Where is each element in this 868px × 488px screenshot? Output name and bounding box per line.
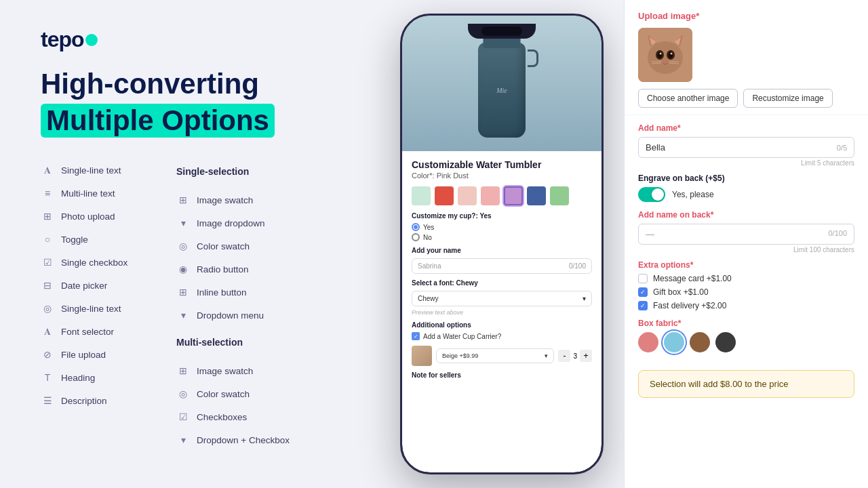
phone-content: Customizable Water Tumbler Color*: Pink … xyxy=(402,151,601,387)
back-name-input[interactable]: — 0/100 xyxy=(638,224,854,245)
recustomize-image-btn[interactable]: Recustomize image xyxy=(743,89,832,108)
swatch-5[interactable] xyxy=(504,186,523,205)
phone-color-label: Color*: Pink Dust xyxy=(412,171,592,180)
feature-file-upload: ⊘ File upload xyxy=(41,348,156,361)
box-fabric-label: Box fabric* xyxy=(638,319,854,328)
swatch-3[interactable] xyxy=(458,186,477,205)
qty-plus-btn[interactable]: + xyxy=(580,350,592,362)
radio-button-icon: ◉ xyxy=(176,262,190,276)
toggle-icon: ○ xyxy=(41,232,54,246)
feature-color-swatch-multi: ◎ Color swatch xyxy=(176,387,292,401)
feature-heading: T Heading xyxy=(41,371,156,384)
phone-notch xyxy=(468,24,536,39)
feature-col-1: 𝐀 Single-line text ≡ Multi-line text ⊞ P… xyxy=(41,163,156,447)
headline-line1: High-converting xyxy=(41,68,353,100)
logo: tepo xyxy=(41,27,353,52)
upload-label: Upload image* xyxy=(638,11,854,21)
swatch-2[interactable] xyxy=(435,186,454,205)
file-upload-icon: ⊘ xyxy=(41,348,54,361)
feature-dropdown-menu: ▾ Dropdown menu xyxy=(176,308,292,322)
feature-multi-line: ≡ Multi-line text xyxy=(41,186,156,200)
radio-no-dot[interactable] xyxy=(412,233,420,241)
feature-inline-button: ⊞ Inline button xyxy=(176,285,292,299)
fabric-color-4[interactable] xyxy=(715,332,736,352)
phone-additional-label: Additional options xyxy=(412,321,592,329)
middle-panel: Mie Customizable Water Tumbler Color*: P… xyxy=(380,0,624,488)
logo-text: tepo xyxy=(41,27,84,52)
fabric-color-1[interactable] xyxy=(638,332,658,352)
feature-description: ☰ Description xyxy=(41,394,156,407)
back-name-label: Add name on back* xyxy=(638,210,854,220)
qty-minus-btn[interactable]: - xyxy=(558,350,570,362)
phone-customize-label: Customize my cup?: Yes xyxy=(412,212,592,220)
price-notice: Selection will add $8.00 to the price xyxy=(638,370,854,398)
left-panel: tepo High-converting Multiple Options 𝐀 … xyxy=(0,0,380,488)
svg-point-10 xyxy=(660,53,662,55)
feature-image-dropdown: ▾ Image dropdown xyxy=(176,216,292,230)
phone-product-thumb xyxy=(412,346,432,366)
extra-message-card[interactable]: Message card +$1.00 xyxy=(638,274,854,283)
feature-columns: 𝐀 Single-line text ≡ Multi-line text ⊞ P… xyxy=(41,163,353,447)
phone-quantity-ctrl: - 3 + xyxy=(558,350,592,362)
extra-delivery-cb[interactable] xyxy=(638,301,648,310)
svg-point-9 xyxy=(669,52,673,58)
image-swatch-multi-icon: ⊞ xyxy=(176,364,190,378)
photo-upload-icon: ⊞ xyxy=(41,209,54,223)
fabric-color-3[interactable] xyxy=(690,332,710,352)
feature-toggle: ○ Toggle xyxy=(41,232,156,246)
dropdown-menu-icon: ▾ xyxy=(176,308,190,322)
feature-color-picker: ◎ Single-line text xyxy=(41,302,156,315)
add-name-label: Add name* xyxy=(638,123,854,133)
svg-point-11 xyxy=(671,53,673,55)
back-name-hint: Limit 100 characters xyxy=(638,246,854,253)
headline-line2: Multiple Options xyxy=(41,104,275,138)
radio-yes-dot[interactable] xyxy=(412,223,420,231)
svg-point-1 xyxy=(648,41,683,74)
right-panel: Upload image* xyxy=(624,0,868,488)
phone-font-select[interactable]: Chewy ▾ xyxy=(412,291,592,306)
extra-gift-box[interactable]: Gift box +$1.00 xyxy=(638,287,854,297)
headline: High-converting Multiple Options xyxy=(41,68,353,157)
swatch-1[interactable] xyxy=(412,186,431,205)
svg-point-8 xyxy=(658,52,662,58)
choose-another-image-btn[interactable]: Choose another image xyxy=(638,89,738,108)
date-picker-icon: ⊟ xyxy=(41,279,54,292)
phone-product-title: Customizable Water Tumbler xyxy=(412,159,592,170)
feature-color-swatch-single: ◎ Color swatch xyxy=(176,239,292,253)
upload-buttons: Choose another image Recustomize image xyxy=(638,89,854,108)
feature-col-2: Single-selection ⊞ Image swatch ▾ Image … xyxy=(176,163,292,447)
feature-font-selector: 𝐀 Font selector xyxy=(41,325,156,338)
phone-name-input[interactable]: Sabrina 0/100 xyxy=(412,258,592,274)
phone-carrier-cb[interactable] xyxy=(412,332,420,340)
phone-radio-group: Yes No xyxy=(412,223,592,241)
phone-product-select[interactable]: Beige +$9.99 ▾ xyxy=(436,348,554,363)
extra-fast-delivery[interactable]: Fast delivery +$2.00 xyxy=(638,301,854,310)
color-picker-icon: ◎ xyxy=(41,302,54,315)
feature-checkbox: ☑ Single checkbox xyxy=(41,256,156,269)
single-line-icon: 𝐀 xyxy=(41,163,54,177)
image-swatch-single-icon: ⊞ xyxy=(176,193,190,207)
radio-no[interactable]: No xyxy=(412,233,592,241)
extra-message-cb[interactable] xyxy=(638,274,648,283)
add-name-input[interactable]: Bella 0/5 xyxy=(638,137,854,158)
swatch-4[interactable] xyxy=(481,186,500,205)
phone-carrier-checkbox[interactable]: Add a Water Cup Carrier? xyxy=(412,332,592,340)
dropdown-checkbox-icon: ▾ xyxy=(176,433,190,447)
swatch-7[interactable] xyxy=(550,186,569,205)
checkbox-icon: ☑ xyxy=(41,256,54,269)
phone-color-swatches xyxy=(412,186,592,205)
radio-yes[interactable]: Yes xyxy=(412,223,592,231)
feature-photo-upload: ⊞ Photo upload xyxy=(41,209,156,223)
feature-checkboxes: ☑ Checkboxes xyxy=(176,410,292,424)
extra-gift-cb[interactable] xyxy=(638,287,648,297)
phone-font-label: Select a font: Chewy xyxy=(412,279,592,287)
feature-single-line: 𝐀 Single-line text xyxy=(41,163,156,177)
swatch-6[interactable] xyxy=(527,186,546,205)
engrave-toggle[interactable] xyxy=(638,187,665,202)
feature-date-picker: ⊟ Date picker xyxy=(41,279,156,292)
logo-circle-icon xyxy=(85,34,98,46)
fabric-color-2[interactable] xyxy=(664,332,684,352)
phone-name-label: Add your name xyxy=(412,247,592,254)
feature-dropdown-checkbox: ▾ Dropdown + Checkbox xyxy=(176,433,292,447)
color-swatch-multi-icon: ◎ xyxy=(176,387,190,401)
